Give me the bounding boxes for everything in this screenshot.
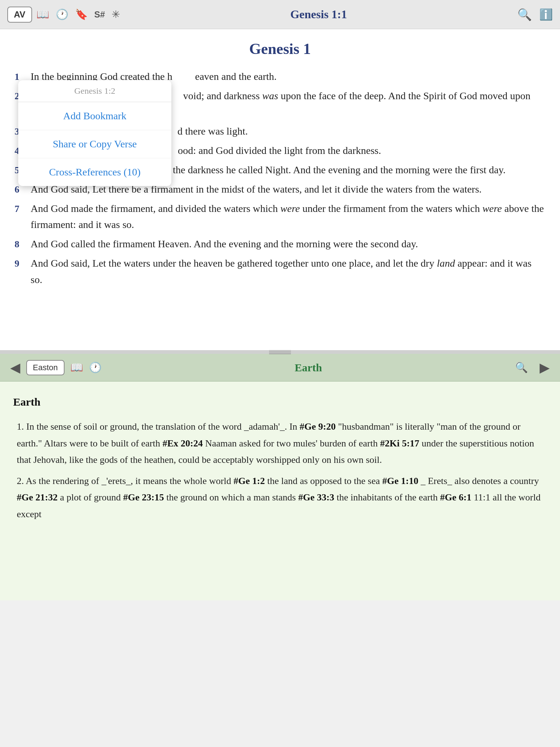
- panel-divider[interactable]: [0, 350, 560, 354]
- dict-ref-ex2024[interactable]: #Ex 20:24: [163, 438, 203, 449]
- verse-row[interactable]: 8 And God called the firmament Heaven. A…: [15, 236, 545, 252]
- dict-prev-button[interactable]: ◀: [7, 360, 23, 375]
- dict-ref-ge920[interactable]: #Ge 9:20: [300, 421, 336, 432]
- add-bookmark-item[interactable]: Add Bookmark: [18, 102, 171, 130]
- verse-number-8: 8: [15, 236, 28, 252]
- context-menu: Genesis 1:2 Add Bookmark Share or Copy V…: [18, 80, 171, 186]
- dict-type-button[interactable]: Easton: [26, 360, 65, 375]
- dict-content: Earth 1. In the sense of soil or ground,…: [0, 382, 560, 600]
- context-menu-header: Genesis 1:2: [18, 80, 171, 102]
- dict-ref-2ki517[interactable]: #2Ki 5:17: [380, 438, 420, 449]
- dict-next-button[interactable]: ▶: [537, 360, 553, 375]
- toolbar-icons: 📖 🕐 🔖 S# ✳: [36, 8, 120, 20]
- strongs-icon[interactable]: S#: [94, 9, 105, 20]
- dict-entry-title: Earth: [13, 392, 547, 411]
- bible-area: Genesis 1 Genesis 1:2 Add Bookmark Share…: [0, 29, 560, 350]
- dict-ref-ge110[interactable]: #Ge 1:10: [382, 476, 419, 486]
- av-button[interactable]: AV: [7, 7, 32, 23]
- dict-list-item-1: 1. In the sense of soil or ground, the t…: [13, 418, 547, 468]
- share-copy-verse-item[interactable]: Share or Copy Verse: [18, 130, 171, 158]
- dict-text: 1. In the sense of soil or ground, the t…: [13, 418, 547, 522]
- divider-line-3: [269, 353, 291, 354]
- toolbar-title: Genesis 1:1: [120, 8, 517, 21]
- dict-toolbar: ◀ Easton 📖 🕐 Earth 🔍 ▶: [0, 354, 560, 382]
- history-icon[interactable]: 🕐: [56, 8, 69, 20]
- verse-number-7: 7: [15, 201, 28, 217]
- cross-references-item[interactable]: Cross-References (10): [18, 158, 171, 186]
- dict-ref-ge333[interactable]: #Ge 33:3: [298, 492, 334, 503]
- dict-ref-ge2315[interactable]: #Ge 23:15: [123, 492, 164, 503]
- verse-text-9: And God said, Let the waters under the h…: [31, 255, 545, 288]
- dict-ref-ge12[interactable]: #Ge 1:2: [234, 476, 265, 486]
- divider-handle: [269, 350, 291, 354]
- bookmark-icon[interactable]: 🔖: [75, 8, 88, 20]
- dict-list-item-2: 2. As the rendering of _'erets_, it mean…: [13, 473, 547, 523]
- verse-number-9: 9: [15, 255, 28, 271]
- dict-right: 🔍 ▶: [512, 360, 553, 375]
- divider-line-2: [269, 352, 291, 352]
- verse-row[interactable]: 9 And God said, Let the waters under the…: [15, 255, 545, 288]
- info-icon[interactable]: ℹ️: [539, 8, 553, 21]
- star-icon[interactable]: ✳: [112, 8, 120, 20]
- verse-text-7: And God made the firmament, and divided …: [31, 201, 545, 233]
- dict-ref-ge2132[interactable]: #Ge 21:32: [17, 492, 58, 503]
- dict-book-icon[interactable]: 📖: [70, 361, 83, 374]
- verse-row[interactable]: 7 And God made the firmament, and divide…: [15, 201, 545, 233]
- search-icon[interactable]: 🔍: [517, 8, 532, 22]
- dict-title: Earth: [105, 361, 513, 374]
- dict-history-icon[interactable]: 🕐: [89, 361, 102, 374]
- dict-search-icon[interactable]: 🔍: [515, 361, 528, 374]
- toolbar-right: 🔍 ℹ️: [517, 8, 553, 22]
- verse-text-8: And God called the firmament Heaven. And…: [31, 236, 418, 252]
- book-icon[interactable]: 📖: [36, 8, 49, 20]
- chapter-title: Genesis 1: [15, 40, 545, 58]
- dict-ref-ge61[interactable]: #Ge 6:1: [440, 492, 471, 503]
- top-toolbar: AV 📖 🕐 🔖 S# ✳ Genesis 1:1 🔍 ℹ️: [0, 0, 560, 29]
